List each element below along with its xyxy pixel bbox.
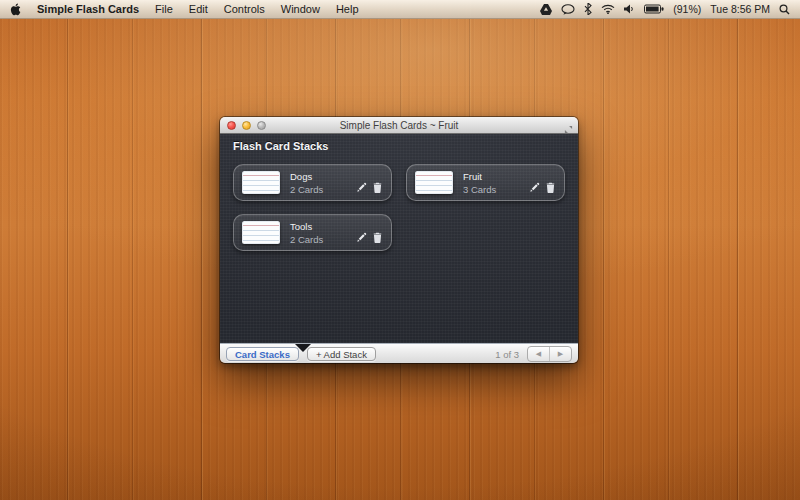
menu-bar: Simple Flash Cards File Edit Controls Wi… <box>0 0 800 19</box>
flash-card-icon <box>242 171 280 194</box>
menu-help[interactable]: Help <box>336 3 359 15</box>
next-page-icon[interactable]: ▶ <box>549 347 571 361</box>
previous-page-icon[interactable]: ◀ <box>528 347 549 361</box>
volume-icon[interactable] <box>624 4 635 14</box>
battery-icon[interactable] <box>644 4 664 14</box>
menu-edit[interactable]: Edit <box>189 3 208 15</box>
stack-name: Dogs <box>290 170 323 183</box>
stack-tools[interactable]: Tools 2 Cards <box>233 214 392 251</box>
bottom-toolbar: Card Stacks + Add Stack 1 of 3 ◀ ▶ <box>220 343 578 363</box>
chat-icon[interactable] <box>561 4 575 15</box>
menu-file[interactable]: File <box>155 3 173 15</box>
minimize-button[interactable] <box>242 121 251 130</box>
stack-fruit[interactable]: Fruit 3 Cards <box>406 164 565 201</box>
card-stacks-button[interactable]: Card Stacks <box>226 347 299 361</box>
stack-name: Fruit <box>463 170 496 183</box>
flash-card-icon <box>415 171 453 194</box>
bluetooth-icon[interactable] <box>584 3 592 15</box>
close-button[interactable] <box>227 121 236 130</box>
trash-icon[interactable] <box>373 182 382 193</box>
pagination-control: ◀ ▶ <box>527 346 572 362</box>
menu-clock[interactable]: Tue 8:56 PM <box>710 3 770 15</box>
pencil-icon[interactable] <box>356 182 367 193</box>
stack-card-count: 2 Cards <box>290 183 323 196</box>
page-indicator: 1 of 3 <box>495 349 519 360</box>
pencil-icon[interactable] <box>529 182 540 193</box>
app-window: Simple Flash Cards ~ Fruit Flash Card St… <box>220 117 578 363</box>
wifi-icon[interactable] <box>601 4 615 14</box>
stack-dogs[interactable]: Dogs 2 Cards <box>233 164 392 201</box>
add-stack-button[interactable]: + Add Stack <box>307 347 376 361</box>
stack-card-count: 2 Cards <box>290 233 323 246</box>
stack-card-count: 3 Cards <box>463 183 496 196</box>
menu-window[interactable]: Window <box>281 3 320 15</box>
pencil-icon[interactable] <box>356 232 367 243</box>
spotlight-icon[interactable] <box>779 4 790 15</box>
zoom-button[interactable] <box>257 121 266 130</box>
window-title: Simple Flash Cards ~ Fruit <box>220 120 578 131</box>
flash-card-icon <box>242 221 280 244</box>
trash-icon[interactable] <box>546 182 555 193</box>
drive-icon[interactable] <box>540 4 552 15</box>
menu-app-name[interactable]: Simple Flash Cards <box>37 3 139 15</box>
trash-icon[interactable] <box>373 232 382 243</box>
battery-percentage: (91%) <box>673 3 701 15</box>
selected-view-pointer <box>295 344 311 352</box>
stack-name: Tools <box>290 220 323 233</box>
apple-menu-icon[interactable] <box>10 3 21 16</box>
content-header: Flash Card Stacks <box>233 140 328 152</box>
window-title-bar[interactable]: Simple Flash Cards ~ Fruit <box>220 117 578 134</box>
menu-controls[interactable]: Controls <box>224 3 265 15</box>
stacks-view: Flash Card Stacks Dogs 2 Cards Fruit 3 C… <box>220 134 578 343</box>
